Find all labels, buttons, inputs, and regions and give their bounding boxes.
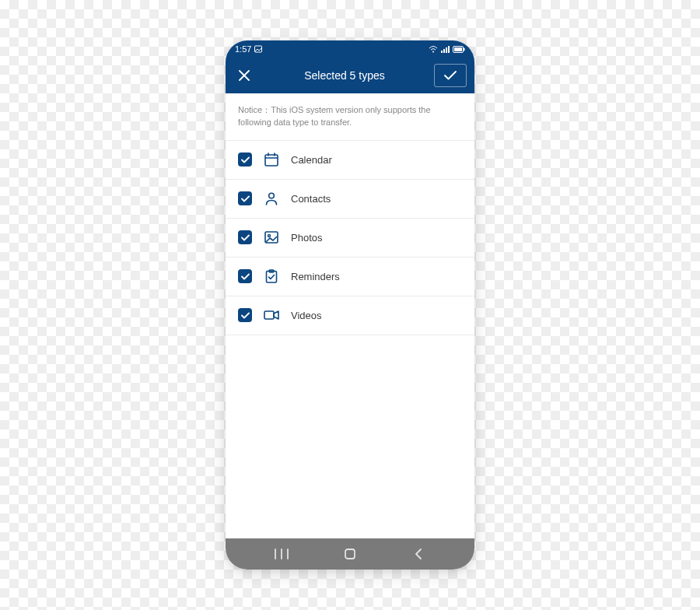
svg-rect-2 — [441, 51, 443, 53]
status-bar: 1:57 — [226, 40, 474, 58]
app-bar: Selected 5 types — [226, 58, 474, 93]
checkmark-icon — [241, 273, 250, 280]
svg-point-1 — [432, 51, 434, 52]
nav-recents-button[interactable] — [266, 538, 297, 570]
signal-icon — [441, 46, 450, 53]
list-item-label: Videos — [291, 310, 322, 321]
confirm-button[interactable] — [434, 64, 467, 87]
svg-rect-11 — [265, 155, 278, 166]
svg-rect-20 — [264, 311, 274, 319]
list-item-videos[interactable]: Videos — [226, 296, 474, 335]
checkmark-icon — [241, 234, 250, 241]
type-list: Calendar Contacts Photos — [226, 141, 474, 538]
back-icon — [414, 548, 423, 560]
checkbox-contacts[interactable] — [238, 191, 252, 205]
phone-frame: 1:57 Selected 5 types Notice：This iOS sy… — [226, 40, 474, 570]
svg-marker-21 — [274, 311, 278, 319]
list-item-photos[interactable]: Photos — [226, 219, 474, 258]
svg-point-15 — [269, 194, 275, 199]
close-icon — [239, 70, 250, 81]
list-item-label: Calendar — [291, 154, 332, 166]
svg-rect-7 — [454, 47, 462, 51]
status-right — [429, 46, 465, 53]
status-time: 1:57 — [235, 44, 251, 54]
svg-rect-4 — [446, 47, 447, 53]
battery-icon — [453, 46, 465, 53]
notice-text: Notice：This iOS system version only supp… — [226, 93, 474, 141]
photos-icon — [263, 229, 280, 246]
calendar-icon — [263, 151, 280, 168]
list-item-label: Reminders — [291, 271, 340, 282]
checkbox-calendar[interactable] — [238, 152, 252, 167]
status-left: 1:57 — [235, 44, 262, 54]
picture-icon — [254, 45, 262, 53]
checkbox-videos[interactable] — [238, 308, 252, 322]
checkmark-icon — [241, 312, 250, 319]
contacts-icon — [263, 190, 280, 207]
list-item-label: Contacts — [291, 193, 331, 205]
svg-rect-25 — [345, 549, 355, 559]
checkmark-icon — [241, 156, 250, 163]
nav-back-button[interactable] — [403, 538, 434, 570]
checkbox-reminders[interactable] — [238, 269, 252, 283]
close-button[interactable] — [233, 65, 255, 86]
recents-icon — [275, 549, 289, 559]
checkbox-photos[interactable] — [238, 230, 252, 244]
wifi-icon — [429, 46, 438, 53]
svg-rect-3 — [443, 49, 445, 53]
list-item-contacts[interactable]: Contacts — [226, 180, 474, 219]
nav-home-button[interactable] — [334, 538, 366, 570]
videos-icon — [263, 307, 280, 324]
android-nav-bar — [226, 538, 474, 570]
svg-rect-5 — [448, 46, 450, 53]
check-icon — [444, 71, 457, 80]
list-item-label: Photos — [291, 232, 322, 244]
reminders-icon — [263, 268, 280, 285]
list-item-calendar[interactable]: Calendar — [226, 141, 474, 180]
home-icon — [344, 548, 356, 560]
checkmark-icon — [241, 195, 250, 202]
list-item-reminders[interactable]: Reminders — [226, 258, 474, 296]
page-title: Selected 5 types — [261, 69, 428, 82]
svg-point-17 — [268, 235, 271, 237]
svg-rect-8 — [464, 47, 465, 51]
